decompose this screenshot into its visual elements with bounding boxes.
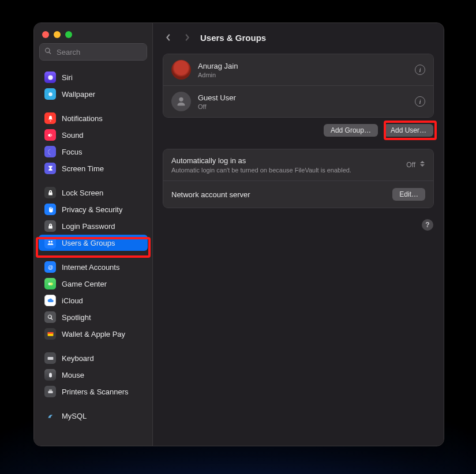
- user-row[interactable]: Anurag Jain Admin i: [163, 54, 433, 85]
- wallet-icon: [44, 328, 56, 340]
- svg-rect-8: [49, 373, 52, 377]
- search-input[interactable]: [55, 47, 155, 57]
- updown-chevron-icon: [419, 161, 425, 169]
- sidebar-item-label: Login Password: [62, 222, 115, 231]
- sidebar-item-label: MySQL: [62, 412, 87, 420]
- sidebar-item-label: Notifications: [62, 114, 103, 123]
- user-role: Admin: [198, 72, 408, 78]
- sidebar-item-label: Game Center: [62, 280, 107, 288]
- magnifier-icon: [44, 311, 56, 323]
- hand-icon: [44, 204, 56, 215]
- user-actions-row: Add Group… Add User…: [163, 124, 433, 137]
- moon-icon: [44, 146, 56, 157]
- sidebar-item-users-groups[interactable]: Users & Groups: [39, 235, 148, 251]
- svg-point-0: [48, 75, 53, 80]
- nav-forward-button[interactable]: [182, 32, 192, 43]
- user-name: Anurag Jain: [198, 62, 408, 70]
- sidebar-item-game-center[interactable]: Game Center: [39, 276, 148, 292]
- lock-icon: [44, 187, 56, 198]
- sidebar-scroll[interactable]: Siri Wallpaper Notifications Sou: [34, 66, 152, 446]
- edit-network-server-button[interactable]: Edit…: [392, 188, 425, 201]
- speaker-icon: [44, 129, 56, 141]
- help-row: ?: [163, 219, 433, 231]
- search-icon: [44, 47, 52, 57]
- sidebar-item-label: Screen Time: [62, 164, 104, 173]
- help-button[interactable]: ?: [422, 219, 433, 231]
- sidebar-item-label: Wallet & Apple Pay: [62, 330, 125, 338]
- users-icon: [44, 237, 56, 249]
- setting-title: Automatically log in as: [171, 156, 400, 165]
- sidebar-item-sound[interactable]: Sound: [39, 127, 148, 143]
- sidebar-item-login-password[interactable]: Login Password: [39, 218, 148, 234]
- window-traffic-lights: [34, 23, 152, 44]
- add-user-button[interactable]: Add User…: [384, 124, 433, 137]
- sidebar-item-label: Lock Screen: [62, 189, 103, 197]
- sidebar-item-printers-scanners[interactable]: Printers & Scanners: [39, 383, 148, 400]
- add-group-button[interactable]: Add Group…: [324, 124, 378, 137]
- sidebar-item-notifications[interactable]: Notifications: [39, 110, 148, 126]
- setting-subtitle: Automatic login can't be turned on becau…: [171, 167, 400, 174]
- svg-rect-10: [49, 389, 52, 390]
- maximize-window-button[interactable]: [65, 31, 72, 38]
- search-field[interactable]: [40, 44, 147, 60]
- sidebar-item-focus[interactable]: Focus: [39, 144, 148, 160]
- sidebar-item-privacy-security[interactable]: Privacy & Security: [39, 201, 148, 217]
- sidebar-item-label: Siri: [62, 73, 73, 82]
- sidebar: Siri Wallpaper Notifications Sou: [34, 23, 153, 446]
- printer-icon: [44, 386, 56, 397]
- sidebar-item-mouse[interactable]: Mouse: [39, 367, 148, 383]
- wallpaper-icon: [44, 88, 56, 100]
- nav-back-button[interactable]: [163, 32, 174, 43]
- sidebar-item-wallpaper[interactable]: Wallpaper: [39, 86, 148, 102]
- toolbar: Users & Groups: [153, 23, 444, 52]
- info-icon[interactable]: i: [415, 96, 425, 107]
- sidebar-item-internet-accounts[interactable]: @ Internet Accounts: [39, 259, 148, 275]
- sidebar-item-mysql[interactable]: MySQL: [39, 408, 148, 424]
- sidebar-item-label: Focus: [62, 148, 82, 156]
- sidebar-item-label: Printers & Scanners: [62, 388, 129, 396]
- sidebar-item-label: iCloud: [62, 296, 83, 305]
- info-icon[interactable]: i: [415, 65, 425, 75]
- sidebar-item-label: Privacy & Security: [62, 205, 122, 214]
- sidebar-item-wallet-apple-pay[interactable]: Wallet & Apple Pay: [39, 326, 148, 342]
- main-pane: Users & Groups Anurag Jain Admin i: [153, 23, 444, 446]
- sidebar-item-label: Users & Groups: [62, 239, 115, 247]
- avatar: [171, 60, 191, 80]
- system-settings-window: Siri Wallpaper Notifications Sou: [34, 23, 444, 446]
- cloud-icon: [44, 295, 56, 306]
- sidebar-item-label: Sound: [62, 131, 84, 140]
- svg-point-4: [50, 283, 53, 285]
- mouse-icon: [44, 369, 56, 381]
- sidebar-item-label: Keyboard: [62, 354, 94, 363]
- user-row[interactable]: Guest User Off i: [163, 85, 433, 117]
- avatar: [171, 92, 191, 111]
- keyboard-icon: [44, 352, 56, 364]
- sidebar-item-icloud[interactable]: iCloud: [39, 292, 148, 309]
- bell-icon: [44, 112, 56, 124]
- sidebar-item-spotlight[interactable]: Spotlight: [39, 309, 148, 325]
- at-icon: @: [44, 261, 56, 273]
- sidebar-item-screen-time[interactable]: Screen Time: [39, 160, 148, 176]
- siri-icon: [44, 72, 56, 83]
- setting-title: Network account server: [171, 190, 387, 199]
- svg-rect-6: [47, 332, 53, 333]
- svg-text:@: @: [47, 264, 53, 270]
- user-name: Guest User: [198, 93, 408, 102]
- auto-login-row[interactable]: Automatically log in as Automatic login …: [163, 149, 433, 180]
- close-window-button[interactable]: [42, 31, 49, 38]
- sidebar-item-lock-screen[interactable]: Lock Screen: [39, 185, 148, 201]
- sidebar-item-label: Mouse: [62, 371, 84, 379]
- minimize-window-button[interactable]: [54, 31, 61, 38]
- auto-login-popup[interactable]: Off: [406, 161, 425, 169]
- sidebar-item-siri[interactable]: Siri: [39, 69, 148, 85]
- svg-rect-9: [48, 390, 53, 393]
- users-list: Anurag Jain Admin i Guest User Off: [163, 54, 433, 117]
- sidebar-item-label: Internet Accounts: [62, 263, 119, 272]
- game-center-icon: [44, 278, 56, 289]
- sidebar-item-label: Wallpaper: [62, 90, 95, 99]
- network-account-server-row: Network account server Edit…: [163, 180, 433, 208]
- login-settings: Automatically log in as Automatic login …: [163, 149, 433, 208]
- sidebar-item-label: Spotlight: [62, 313, 91, 322]
- sidebar-item-keyboard[interactable]: Keyboard: [39, 350, 148, 366]
- content-area: Anurag Jain Admin i Guest User Off: [153, 52, 444, 446]
